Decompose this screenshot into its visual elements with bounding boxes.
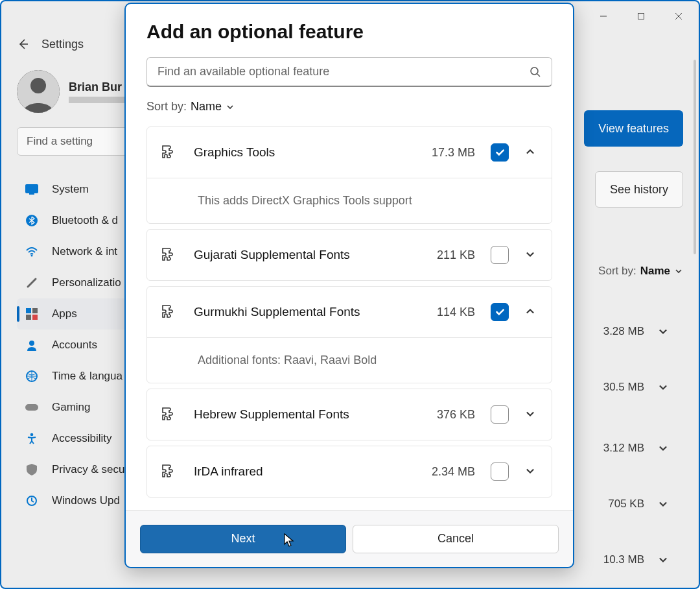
feature-description: This adds DirectX Graphics Tools support — [147, 178, 552, 223]
installed-feature-row[interactable]: 3.12 MB — [579, 424, 683, 472]
avatar — [17, 70, 60, 113]
svg-rect-1 — [638, 14, 644, 19]
chevron-down-icon[interactable] — [524, 408, 537, 421]
feature-name: Gujarati Supplemental Fonts — [194, 248, 421, 262]
feature-size: 2.34 MB — [432, 465, 475, 479]
find-setting-placeholder: Find a setting — [27, 135, 93, 148]
chevron-up-icon[interactable] — [524, 146, 537, 159]
chevron-down-icon — [657, 326, 669, 337]
svg-rect-13 — [32, 315, 38, 320]
feature-name: Graphics Tools — [194, 145, 416, 160]
feature-item: Gujarati Supplemental Fonts211 KB — [146, 229, 552, 281]
feature-checkbox[interactable] — [491, 303, 509, 321]
accessibility-icon — [25, 431, 39, 446]
svg-rect-7 — [29, 193, 34, 195]
display-icon — [25, 182, 39, 197]
installed-feature-row[interactable]: 705 KB — [579, 480, 683, 528]
next-button[interactable]: Next — [140, 525, 346, 553]
chevron-down-icon — [674, 267, 683, 276]
scrollbar[interactable] — [694, 60, 696, 254]
brush-icon — [25, 276, 39, 290]
installed-feature-row[interactable]: 30.5 MB — [579, 363, 683, 411]
user-email — [69, 97, 127, 103]
mouse-cursor — [284, 533, 296, 549]
svg-point-9 — [31, 255, 33, 257]
feature-size: 17.3 MB — [432, 146, 475, 160]
feature-row[interactable]: Graphics Tools17.3 MB — [147, 127, 552, 178]
chevron-down-icon — [657, 381, 669, 393]
svg-rect-10 — [26, 308, 31, 313]
page-title: Settings — [41, 38, 84, 51]
feature-item: Gurmukhi Supplemental Fonts114 KBAdditio… — [146, 286, 552, 383]
close-button[interactable] — [660, 3, 697, 29]
svg-point-19 — [531, 67, 538, 75]
search-icon — [530, 66, 541, 78]
dialog-footer: Next Cancel — [126, 510, 573, 567]
feature-name: Gurmukhi Supplemental Fonts — [194, 305, 421, 319]
puzzle-icon — [161, 463, 178, 480]
feature-item: Hebrew Supplemental Fonts376 KB — [146, 389, 552, 440]
view-features-button[interactable]: View features — [584, 110, 683, 147]
shield-icon — [25, 463, 39, 477]
bluetooth-icon — [25, 213, 39, 228]
chevron-down-icon — [657, 442, 669, 454]
svg-point-14 — [29, 341, 34, 346]
feature-checkbox[interactable] — [491, 405, 509, 424]
feature-search-input[interactable]: Find an available optional feature — [146, 57, 552, 87]
dialog-title: Add an optional feature — [146, 21, 552, 43]
svg-rect-16 — [25, 404, 38, 411]
chevron-down-icon — [657, 498, 669, 510]
feature-description: Additional fonts: Raavi, Raavi Bold — [147, 337, 552, 383]
feature-item: Graphics Tools17.3 MBThis adds DirectX G… — [146, 126, 552, 224]
person-icon — [25, 338, 39, 352]
feature-checkbox[interactable] — [491, 143, 509, 162]
feature-row[interactable]: Gujarati Supplemental Fonts211 KB — [147, 230, 552, 280]
svg-rect-12 — [26, 315, 31, 320]
apps-icon — [25, 307, 39, 321]
chevron-up-icon[interactable] — [524, 306, 537, 319]
feature-size: 114 KB — [437, 306, 475, 319]
chevron-down-icon[interactable] — [524, 465, 537, 478]
feature-size: 211 KB — [437, 248, 475, 262]
wifi-icon — [25, 245, 39, 259]
feature-row[interactable]: Gurmukhi Supplemental Fonts114 KB — [147, 287, 552, 337]
installed-feature-row[interactable]: 10.3 MB — [579, 536, 683, 584]
svg-point-5 — [30, 78, 46, 93]
puzzle-icon — [161, 406, 178, 423]
puzzle-icon — [161, 144, 178, 161]
chevron-down-icon[interactable] — [524, 248, 537, 261]
main-sort-by[interactable]: Sort by: Name — [598, 265, 683, 278]
feature-checkbox[interactable] — [491, 246, 509, 264]
feature-size: 376 KB — [437, 408, 475, 422]
puzzle-icon — [161, 246, 178, 263]
svg-point-17 — [30, 433, 34, 437]
minimize-button[interactable] — [585, 3, 622, 29]
installed-feature-row[interactable]: 3.28 MB — [579, 307, 683, 355]
dialog-sort-by[interactable]: Sort by: Name — [146, 100, 552, 114]
puzzle-icon — [161, 304, 178, 320]
feature-row[interactable]: Hebrew Supplemental Fonts376 KB — [147, 389, 552, 440]
back-button[interactable] — [17, 38, 30, 51]
feature-list: Graphics Tools17.3 MBThis adds DirectX G… — [146, 126, 552, 510]
chevron-down-icon — [657, 554, 669, 566]
svg-rect-11 — [32, 308, 38, 313]
user-name: Brian Bur — [69, 80, 127, 94]
search-placeholder: Find an available optional feature — [158, 65, 530, 78]
see-history-button[interactable]: See history — [595, 171, 683, 208]
feature-row[interactable]: IrDA infrared2.34 MB — [147, 446, 552, 497]
maximize-button[interactable] — [622, 3, 660, 29]
cancel-button[interactable]: Cancel — [353, 525, 559, 553]
svg-line-20 — [537, 74, 540, 77]
svg-rect-6 — [25, 184, 38, 193]
gamepad-icon — [25, 400, 39, 415]
feature-item: IrDA infrared2.34 MB — [146, 446, 552, 498]
feature-name: Hebrew Supplemental Fonts — [194, 407, 421, 422]
feature-name: IrDA infrared — [194, 464, 416, 479]
chevron-down-icon — [226, 102, 235, 112]
feature-checkbox[interactable] — [491, 463, 509, 481]
add-optional-feature-dialog: Add an optional feature Find an availabl… — [124, 3, 574, 568]
globe-icon — [25, 369, 39, 383]
update-icon — [25, 494, 39, 508]
